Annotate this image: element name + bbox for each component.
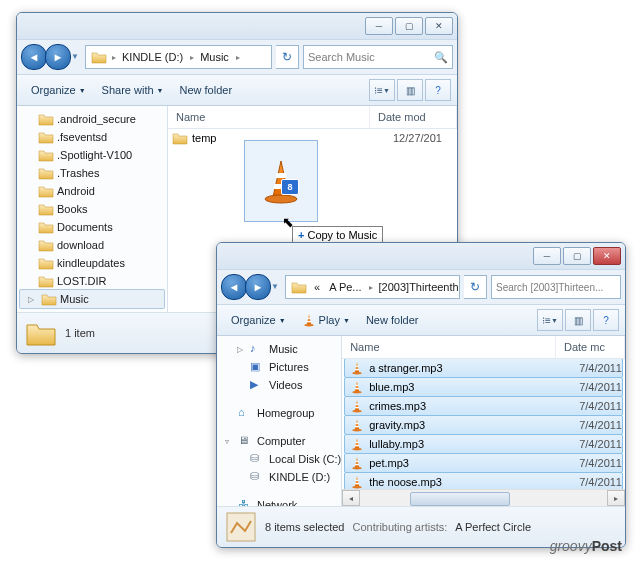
preview-pane-button[interactable]: ▥: [397, 79, 423, 101]
help-button[interactable]: ?: [425, 79, 451, 101]
column-date[interactable]: Date mod: [370, 106, 457, 128]
search-placeholder: Search Music: [308, 51, 375, 63]
view-menu[interactable]: ⁝≡ ▼: [369, 79, 395, 101]
new-folder-button[interactable]: New folder: [172, 80, 241, 100]
content-pane[interactable]: Name Date mc a stranger.mp37/4/2011blue.…: [342, 336, 625, 506]
view-menu[interactable]: ⁝≡ ▼: [537, 309, 563, 331]
maximize-button[interactable]: ▢: [563, 247, 591, 265]
organize-menu[interactable]: Organize▼: [223, 310, 294, 330]
column-name[interactable]: Name: [342, 336, 556, 358]
tree-item[interactable]: ▷Music: [19, 289, 165, 309]
search-icon: 🔍: [434, 51, 448, 64]
svg-rect-12: [356, 404, 359, 405]
titlebar[interactable]: ─ ▢ ✕: [217, 243, 625, 270]
help-button[interactable]: ?: [593, 309, 619, 331]
breadcrumb[interactable]: « A Pe... ▸ [2003]Thirteenth ... ▸: [285, 275, 460, 299]
scroll-thumb[interactable]: [410, 492, 511, 506]
tree-item[interactable]: Android: [17, 182, 167, 200]
tree-item[interactable]: .android_secure: [17, 110, 167, 128]
titlebar[interactable]: ─ ▢ ✕: [17, 13, 457, 40]
back-button[interactable]: ◄: [21, 44, 47, 70]
forward-button[interactable]: ►: [45, 44, 71, 70]
forward-button[interactable]: ►: [245, 274, 271, 300]
organize-menu[interactable]: Organize▼: [23, 80, 94, 100]
maximize-button[interactable]: ▢: [395, 17, 423, 35]
horizontal-scrollbar[interactable]: ◂ ▸: [342, 489, 625, 506]
tree-drive-item[interactable]: ⛁Local Disk (C:): [217, 450, 341, 468]
svg-rect-21: [356, 461, 359, 462]
tree-library-item[interactable]: ▶Videos: [217, 376, 341, 394]
tree-library-item[interactable]: ▣Pictures: [217, 358, 341, 376]
svg-point-2: [265, 195, 297, 203]
nav-history-dropdown[interactable]: ▼: [269, 274, 281, 298]
nav-history-dropdown[interactable]: ▼: [69, 44, 81, 68]
status-label: Contributing artists:: [352, 521, 447, 533]
breadcrumb-seg[interactable]: [2003]Thirteenth ...: [375, 281, 460, 293]
new-folder-button[interactable]: New folder: [358, 310, 427, 330]
navigation-pane[interactable]: ▷♪Music▣Pictures▶Videos⌂Homegroup▿🖥Compu…: [217, 336, 342, 506]
file-row[interactable]: lullaby.mp37/4/2011: [344, 434, 623, 454]
svg-rect-0: [276, 173, 286, 178]
file-row[interactable]: blue.mp37/4/2011: [344, 377, 623, 397]
navigation-pane[interactable]: .android_secure.fseventsd.Spotlight-V100…: [17, 106, 168, 312]
column-name[interactable]: Name: [168, 106, 370, 128]
search-placeholder: Search [2003]Thirteen...: [496, 282, 603, 293]
tree-item[interactable]: .Spotlight-V100: [17, 146, 167, 164]
tree-network[interactable]: 🖧Network: [217, 496, 341, 506]
explorer-window-album: ─ ▢ ✕ ◄ ► ▼ « A Pe... ▸ [2003]Thirteenth…: [216, 242, 626, 548]
svg-point-5: [304, 324, 313, 326]
tree-item[interactable]: Documents: [17, 218, 167, 236]
refresh-button[interactable]: ↻: [464, 275, 487, 299]
scroll-right-button[interactable]: ▸: [607, 490, 625, 506]
column-header[interactable]: Name Date mod: [168, 106, 457, 129]
tree-item[interactable]: .fseventsd: [17, 128, 167, 146]
toolbar: Organize▼ Play▼ New folder ⁝≡ ▼ ▥ ?: [217, 305, 625, 336]
tree-homegroup[interactable]: ⌂Homegroup: [217, 404, 341, 422]
svg-rect-19: [355, 445, 359, 446]
refresh-button[interactable]: ↻: [276, 45, 299, 69]
breadcrumb[interactable]: ▸ KINDLE (D:) ▸ Music ▸: [85, 45, 272, 69]
column-date[interactable]: Date mc: [556, 336, 625, 358]
search-input[interactable]: Search Music 🔍: [303, 45, 453, 69]
search-input[interactable]: Search [2003]Thirteen...: [491, 275, 621, 299]
file-row[interactable]: the noose.mp37/4/2011: [344, 472, 623, 489]
scroll-left-button[interactable]: ◂: [342, 490, 360, 506]
column-header[interactable]: Name Date mc: [342, 336, 625, 359]
folder-icon: [25, 317, 57, 349]
svg-point-20: [353, 448, 362, 450]
breadcrumb-seg[interactable]: KINDLE (D:): [118, 51, 188, 63]
file-row[interactable]: a stranger.mp37/4/2011: [344, 359, 623, 378]
tree-item[interactable]: .Trashes: [17, 164, 167, 182]
tree-library-item[interactable]: ▷♪Music: [217, 340, 341, 358]
minimize-button[interactable]: ─: [365, 17, 393, 35]
tree-item[interactable]: kindleupdates: [17, 254, 167, 272]
status-count: 8 items selected: [265, 521, 344, 533]
tree-item[interactable]: download: [17, 236, 167, 254]
tree-drive-item[interactable]: ⛁KINDLE (D:): [217, 468, 341, 486]
minimize-button[interactable]: ─: [533, 247, 561, 265]
back-button[interactable]: ◄: [221, 274, 247, 300]
file-row[interactable]: gravity.mp37/4/2011: [344, 415, 623, 435]
preview-pane-button[interactable]: ▥: [565, 309, 591, 331]
vlc-cone-icon: [302, 313, 316, 327]
status-artist: A Perfect Circle: [455, 521, 531, 533]
svg-rect-3: [307, 318, 310, 319]
svg-point-11: [353, 391, 362, 393]
svg-rect-15: [356, 423, 359, 424]
tree-item[interactable]: LOST.DIR: [17, 272, 167, 290]
tree-item[interactable]: Books: [17, 200, 167, 218]
drag-count-badge: 8: [281, 179, 299, 195]
svg-rect-16: [355, 426, 359, 427]
address-bar: ◄ ► ▼ « A Pe... ▸ [2003]Thirteenth ... ▸…: [217, 270, 625, 305]
breadcrumb-seg[interactable]: Music: [196, 51, 234, 63]
tree-computer[interactable]: ▿🖥Computer: [217, 432, 341, 450]
close-button[interactable]: ✕: [425, 17, 453, 35]
play-button[interactable]: Play▼: [294, 309, 358, 331]
share-with-menu[interactable]: Share with▼: [94, 80, 172, 100]
file-row[interactable]: pet.mp37/4/2011: [344, 453, 623, 473]
close-button[interactable]: ✕: [593, 247, 621, 265]
breadcrumb-overflow[interactable]: «: [310, 281, 325, 293]
breadcrumb-seg[interactable]: A Pe...: [325, 281, 366, 293]
album-art-icon: [225, 511, 257, 543]
file-row[interactable]: crimes.mp37/4/2011: [344, 396, 623, 416]
